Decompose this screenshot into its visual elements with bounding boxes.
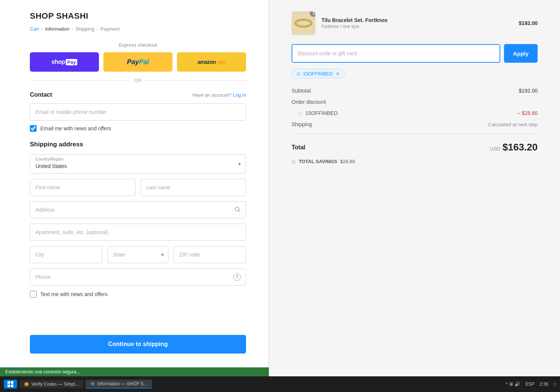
breadcrumb-sep2: ›: [72, 26, 73, 32]
discount-amount: − $28.80: [517, 110, 538, 116]
taskbar-notifications: □: [554, 382, 556, 387]
shoppay-text: shop: [52, 59, 65, 65]
state-select[interactable]: State: [108, 246, 169, 263]
savings-label: TOTAL SAVINGS: [299, 159, 337, 164]
apply-button[interactable]: Apply: [504, 44, 538, 63]
country-label: Country/Region: [35, 157, 63, 161]
text-news-label[interactable]: Text me with news and offers: [40, 291, 108, 297]
have-account-text: Have an account?: [192, 92, 231, 98]
shipping-label: Shipping: [292, 121, 312, 127]
discount-input[interactable]: [292, 44, 500, 63]
svg-point-9: [91, 383, 93, 385]
windows-icon: [7, 381, 13, 387]
shop-title: SHOP SHASHI: [30, 11, 246, 21]
shoppay-pay: Pay: [66, 59, 77, 65]
email-news-label[interactable]: Email me with news and offers: [40, 125, 111, 131]
city-state-zip-row: State ▾: [30, 246, 246, 263]
first-name-input[interactable]: [30, 179, 136, 196]
subtotal-value: $192.00: [519, 88, 538, 94]
total-label: Total: [292, 144, 305, 151]
breadcrumb-payment: Payment: [100, 26, 119, 32]
taskbar-lang: ESP: [525, 382, 534, 387]
price-divider: [292, 134, 538, 134]
discount-tag: ◇ 15OFFINBED ✕: [292, 69, 345, 78]
taskbar-icons: ^ 🖥 🔊: [505, 382, 520, 387]
continue-button[interactable]: Continue to shipping: [30, 335, 246, 354]
start-button[interactable]: [4, 380, 17, 389]
taskbar[interactable]: Verify Codes — Simpl... Information — SH…: [0, 376, 560, 392]
discount-row-price: Order discount: [292, 96, 538, 108]
breadcrumb-cart[interactable]: Cart: [30, 26, 39, 32]
product-row: 1 Tilu Bracelet Set. Fortknox Fortknox /…: [292, 11, 538, 35]
login-link: Have an account? Log in: [192, 92, 246, 98]
remove-tag-button[interactable]: ✕: [336, 71, 340, 77]
svg-rect-7: [11, 385, 13, 387]
chrome-icon: [90, 381, 95, 386]
email-input[interactable]: [30, 103, 246, 121]
product-name: Tilu Bracelet Set. Fortknox: [321, 17, 513, 23]
breadcrumb-sep3: ›: [97, 26, 98, 32]
svg-rect-6: [7, 385, 10, 387]
breadcrumb-sep1: ›: [41, 26, 43, 32]
apt-input[interactable]: [30, 224, 246, 241]
taskbar-tab1-label: Verify Codes — Simpl...: [31, 382, 79, 387]
total-currency: USD: [490, 146, 500, 152]
apt-wrapper: [30, 224, 246, 241]
price-table: Subtotal $192.00 Order discount ◇ 15OFFI…: [292, 85, 538, 130]
continue-spacer: [30, 305, 246, 335]
breadcrumb: Cart › Information › Shipping › Payment: [30, 26, 246, 32]
order-discount-text: Order discount: [292, 99, 326, 105]
address-search-icon: [234, 206, 241, 214]
email-checkbox-row: Email me with news and offers: [30, 125, 246, 132]
product-variant: Fortknox / one size: [321, 24, 513, 29]
phone-wrapper: ?: [30, 268, 246, 286]
brave-icon: [24, 382, 29, 387]
paypal-button[interactable]: PayPal: [103, 52, 172, 72]
taskbar-tab-brave[interactable]: Verify Codes — Simpl...: [19, 380, 83, 388]
breadcrumb-information: Information: [45, 26, 69, 32]
country-wrapper: Country/Region United States ▾: [30, 154, 246, 174]
taskbar-time: 2:36: [539, 382, 548, 387]
total-amount: $163.20: [503, 141, 538, 153]
discount-code-row: ◇ 15OFFINBED − $28.80: [292, 108, 538, 119]
phone-input[interactable]: [30, 268, 246, 286]
text-news-checkbox[interactable]: [30, 291, 37, 298]
address-wrapper: [30, 201, 246, 218]
express-buttons: shop Pay PayPal amazon pay: [30, 52, 246, 72]
savings-row: ◇ TOTAL SAVINGS $28.80: [292, 155, 538, 167]
taskbar-right: ^ 🖥 🔊 ESP 2:36 □: [505, 382, 556, 387]
breadcrumb-shipping: Shipping: [75, 26, 94, 32]
amazon-button[interactable]: amazon pay: [177, 52, 246, 72]
discount-code-tag: 15OFFINBED: [303, 71, 333, 77]
product-img-svg: [294, 17, 313, 29]
discount-code-label: ◇ 15OFFINBED: [298, 110, 337, 116]
last-name-input[interactable]: [141, 179, 246, 196]
email-news-checkbox[interactable]: [30, 125, 37, 132]
shoppay-button[interactable]: shop Pay: [30, 52, 99, 72]
product-badge: 1: [310, 11, 315, 17]
diamond-icon: ◇: [298, 110, 302, 116]
state-wrapper: State ▾: [108, 246, 169, 263]
address-input[interactable]: [30, 201, 246, 218]
zip-input[interactable]: [174, 246, 246, 263]
svg-point-3: [297, 21, 310, 26]
status-bar: Estableciendo una conexión segura...: [0, 367, 269, 376]
savings-icon: ◇: [292, 158, 296, 164]
subtotal-label: Subtotal: [292, 88, 311, 94]
name-row: [30, 179, 246, 196]
shipping-row: Shipping Calculated at next step: [292, 119, 538, 130]
or-divider: OR: [30, 78, 246, 83]
right-panel: 1 Tilu Bracelet Set. Fortknox Fortknox /…: [269, 0, 560, 392]
svg-rect-5: [11, 381, 13, 384]
svg-rect-4: [7, 381, 10, 384]
city-input[interactable]: [30, 246, 102, 263]
shipping-value: Calculated at next step: [488, 122, 538, 127]
paypal-text: PayPal: [127, 58, 149, 66]
product-image: 1: [292, 11, 315, 35]
discount-code-display: 15OFFINBED: [305, 110, 337, 116]
login-anchor[interactable]: Log in: [233, 92, 246, 98]
subtotal-row: Subtotal $192.00: [292, 85, 538, 96]
taskbar-tab2-label: Information — SHOP S...: [97, 381, 147, 386]
taskbar-tab-info[interactable]: Information — SHOP S...: [85, 380, 152, 389]
or-text: OR: [134, 78, 142, 83]
